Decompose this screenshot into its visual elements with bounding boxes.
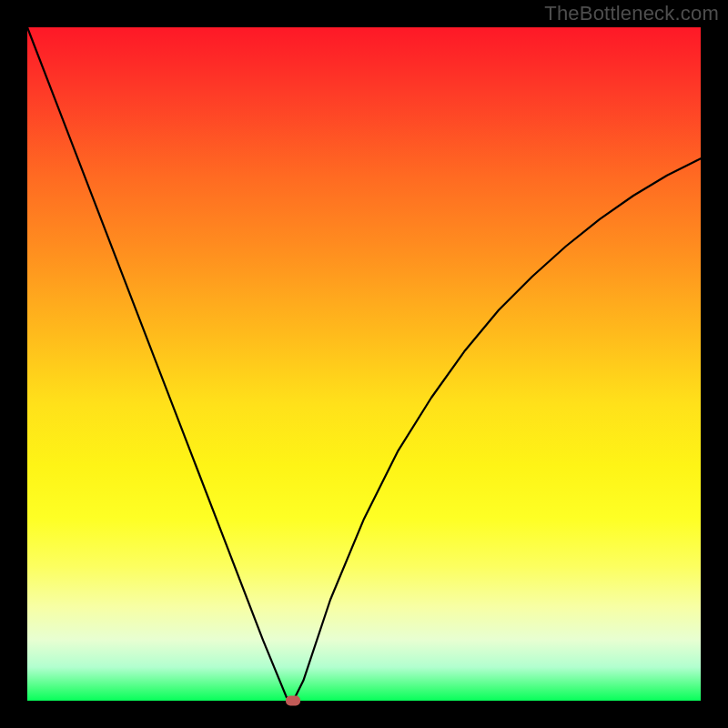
watermark-text: TheBottleneck.com [544,2,719,25]
chart-frame: TheBottleneck.com [0,0,728,728]
plot-area [27,27,701,701]
bottleneck-curve [27,27,701,701]
optimum-marker [286,696,300,706]
